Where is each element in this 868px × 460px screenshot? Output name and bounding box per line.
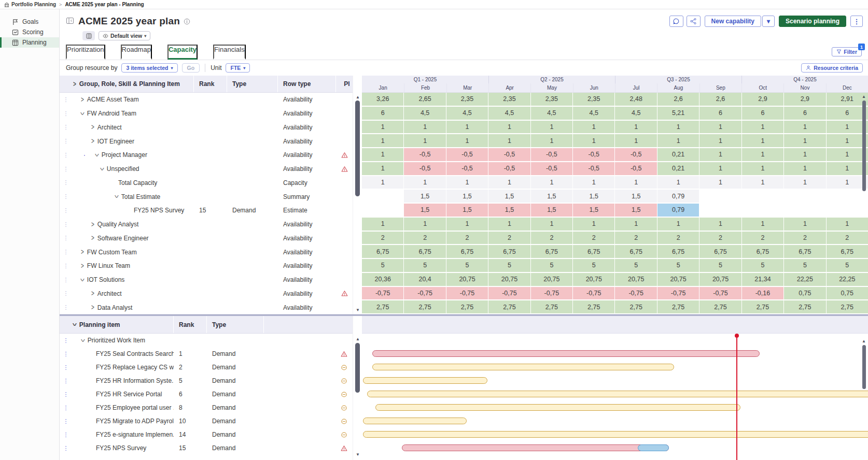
row-label-cell[interactable]: >Project Manager xyxy=(72,151,194,159)
grid-cell[interactable] xyxy=(362,190,403,203)
grid-cell[interactable]: 1 xyxy=(573,218,614,231)
grid-cell[interactable]: 2,75 xyxy=(531,300,572,313)
drag-handle[interactable]: ⋮ xyxy=(60,290,72,297)
grid-cell[interactable]: 20,4 xyxy=(404,273,445,286)
chevron-down-icon[interactable]: > xyxy=(93,153,101,156)
capacity-table-scrollbar[interactable]: ▲ ▼ xyxy=(353,76,362,314)
grid-cell[interactable]: 1 xyxy=(699,148,741,161)
gantt-bar[interactable] xyxy=(363,418,467,424)
grid-cell[interactable]: 0,75 xyxy=(827,287,868,300)
grid-cell[interactable]: 20,75 xyxy=(657,273,699,286)
drag-handle[interactable]: ⋮ xyxy=(60,249,72,255)
grid-cell[interactable]: 1 xyxy=(784,176,825,189)
minus-circle-icon[interactable] xyxy=(341,432,347,438)
grid-cell[interactable]: 1 xyxy=(699,121,741,134)
grid-cell[interactable]: 0,79 xyxy=(657,204,699,217)
grid-cell[interactable]: -0,75 xyxy=(362,287,403,300)
planning-row[interactable]: ⋮FY25 Replace Legacy CS wi...2Demand xyxy=(60,361,353,374)
drag-handle[interactable]: ⋮ xyxy=(60,391,72,398)
drag-handle[interactable]: ⋮ xyxy=(60,277,72,283)
grid-cell[interactable]: 5 xyxy=(615,259,656,272)
grid-cell[interactable]: 1 xyxy=(404,134,445,147)
row-label-cell[interactable]: >Data Analyst xyxy=(72,304,194,311)
grid-cell[interactable]: 20,75 xyxy=(573,273,614,286)
grid-cell[interactable]: -0,5 xyxy=(573,148,614,161)
grid-cell[interactable]: 2 xyxy=(784,232,825,245)
grid-cell[interactable]: 1,5 xyxy=(531,190,572,203)
grid-cell[interactable]: 1,5 xyxy=(488,190,530,203)
grid-cell[interactable]: 5 xyxy=(362,259,403,272)
grid-cell[interactable]: 3,26 xyxy=(362,93,403,106)
chevron-down-icon[interactable]: > xyxy=(78,112,86,115)
grid-cell[interactable]: 2 xyxy=(699,232,741,245)
grid-cell[interactable]: 1 xyxy=(615,121,656,134)
table-row[interactable]: ⋮>ArchitectAvailability xyxy=(60,121,353,135)
grid-cell[interactable]: 2,75 xyxy=(404,300,445,313)
grid-cell[interactable]: 6 xyxy=(362,107,403,120)
grid-cell[interactable]: 2,75 xyxy=(784,300,825,313)
grid-cell[interactable]: 5 xyxy=(404,259,445,272)
tab-prioritization[interactable]: Prioritization xyxy=(66,45,105,60)
warning-icon[interactable] xyxy=(341,166,348,172)
planning-row[interactable]: ⋮FY25 Migrate to ADP Payroll10Demand xyxy=(60,414,353,428)
collapse-all-chevron[interactable]: > xyxy=(72,323,79,326)
minus-circle-icon[interactable] xyxy=(341,378,347,384)
grid-cell[interactable]: 2,48 xyxy=(615,93,656,106)
drag-handle[interactable]: ⋮ xyxy=(60,166,72,172)
grid-cell[interactable]: 5 xyxy=(699,259,741,272)
grid-cell[interactable]: 2 xyxy=(488,232,530,245)
grid-cell[interactable]: 1 xyxy=(657,176,699,189)
sidebar-item-goals[interactable]: Goals xyxy=(0,17,59,27)
grid-cell[interactable]: 6,75 xyxy=(615,245,656,258)
grid-cell[interactable]: 1 xyxy=(573,134,614,147)
drag-handle[interactable]: ⋮ xyxy=(60,263,72,269)
grid-cell[interactable]: 1 xyxy=(362,218,403,231)
comment-button[interactable] xyxy=(669,16,683,27)
filter-button[interactable]: Filter 1 xyxy=(832,47,862,56)
grid-cell[interactable]: 5 xyxy=(742,259,783,272)
grid-cell[interactable]: 1 xyxy=(742,176,783,189)
row-label-cell[interactable]: FY25 HR Service Portal xyxy=(72,391,174,398)
chevron-right-icon[interactable]: > xyxy=(81,249,84,256)
grid-cell[interactable]: 1 xyxy=(446,134,488,147)
grid-cell[interactable]: 1 xyxy=(827,218,868,231)
drag-handle[interactable]: ⋮ xyxy=(60,235,72,241)
drag-handle[interactable]: ⋮ xyxy=(60,351,72,357)
grid-cell[interactable]: 1 xyxy=(362,121,403,134)
grid-cell[interactable] xyxy=(827,190,868,203)
grid-cell[interactable]: 5 xyxy=(827,259,868,272)
drag-handle[interactable]: ⋮ xyxy=(60,207,72,214)
grid-cell[interactable]: 2,35 xyxy=(446,93,488,106)
grid-cell[interactable]: 2 xyxy=(446,232,488,245)
breadcrumb-app-link[interactable]: Portfolio Planning xyxy=(4,2,56,7)
grid-cell[interactable] xyxy=(699,190,741,203)
table-row[interactable]: ⋮>Project ManagerAvailability xyxy=(60,148,353,162)
scrollbar-thumb[interactable] xyxy=(355,343,360,393)
grid-cell[interactable]: 1 xyxy=(657,121,699,134)
chevron-down-icon[interactable]: > xyxy=(79,339,87,342)
grid-cell[interactable]: 1 xyxy=(488,218,530,231)
grid-cell[interactable] xyxy=(742,204,783,217)
grid-cell[interactable]: 2,75 xyxy=(362,300,403,313)
grid-cell[interactable]: 1,5 xyxy=(573,190,614,203)
warning-icon[interactable] xyxy=(341,351,347,357)
grid-cell[interactable]: 1 xyxy=(657,134,699,147)
group-by-select[interactable]: 3 items selected▾ xyxy=(121,63,177,73)
grid-cell[interactable]: 6,75 xyxy=(573,245,614,258)
grid-cell[interactable]: 2,65 xyxy=(404,93,445,106)
row-label-cell[interactable]: FY25 NPS Survey xyxy=(72,444,174,452)
grid-cell[interactable]: -0,5 xyxy=(531,148,572,161)
grid-cell[interactable]: 2,6 xyxy=(699,93,741,106)
row-label-cell[interactable]: >Software Engineer xyxy=(72,235,194,242)
grid-cell[interactable]: 1,5 xyxy=(404,204,445,217)
chevron-right-icon[interactable]: > xyxy=(81,262,84,269)
grid-cell[interactable]: 6,75 xyxy=(827,245,868,258)
grid-cell[interactable]: 2 xyxy=(362,232,403,245)
grid-cell[interactable]: 1 xyxy=(446,121,488,134)
grid-cell[interactable]: 1 xyxy=(531,218,572,231)
grid-cell[interactable]: 20,75 xyxy=(699,273,741,286)
table-row[interactable]: ⋮>ACME Asset TeamAvailability xyxy=(60,93,353,107)
go-button[interactable]: Go xyxy=(182,63,200,73)
table-row[interactable]: ⋮>IOT EngineerAvailability xyxy=(60,134,353,148)
capacity-grid-scrollbar[interactable]: ▲ xyxy=(861,94,867,191)
